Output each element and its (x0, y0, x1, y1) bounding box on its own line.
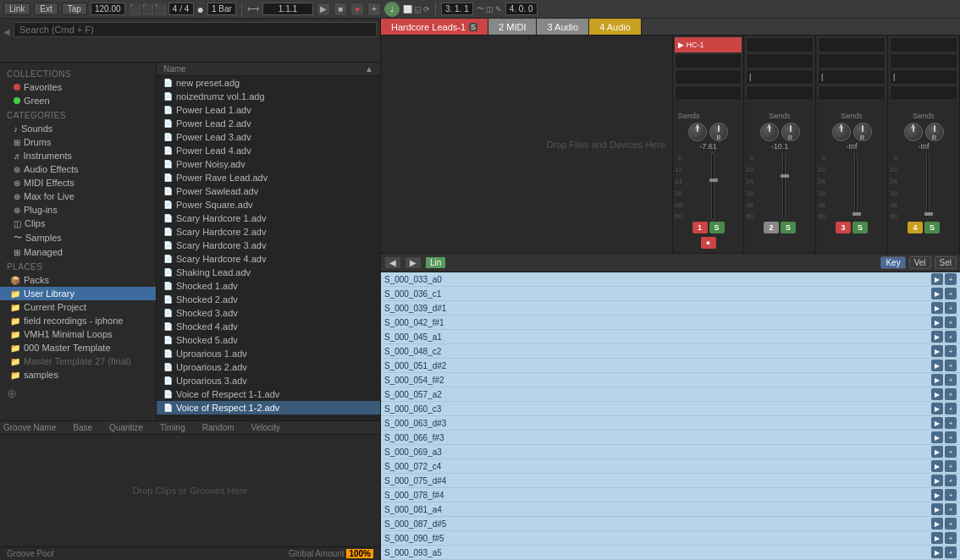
clip-slot-2-1[interactable] (746, 37, 814, 52)
solo-btn-1[interactable]: S (709, 222, 725, 233)
track-tab-4[interactable]: 4 Audio (589, 19, 642, 35)
sampler-lin-btn[interactable]: Lin (425, 256, 446, 269)
file-item[interactable]: 📄noizedrumz vol.1.adg (157, 90, 380, 103)
add-button[interactable]: + (367, 3, 381, 16)
sample-action-add[interactable]: + (945, 374, 957, 386)
drums-item[interactable]: ⊞ Drums (0, 135, 156, 149)
add-icon[interactable]: ⊕ (7, 387, 17, 400)
file-item[interactable]: 📄Shocked 4.adv (157, 320, 380, 333)
sample-action-preview[interactable]: ▶ (931, 518, 943, 530)
clip-slot-3-4[interactable] (818, 85, 886, 101)
amount-value[interactable]: 100% (346, 549, 373, 558)
sample-row[interactable]: S_000_072_c4▶+ (381, 459, 960, 474)
fader-track-3[interactable] (854, 152, 858, 220)
track-num-btn-2[interactable]: 2 (764, 222, 779, 233)
master-template2-item[interactable]: 📁 Master Template 27 (final) (0, 354, 156, 368)
sample-action-add[interactable]: + (945, 360, 957, 371)
clip-slot-3-3[interactable]: | (818, 69, 886, 85)
file-item[interactable]: 📄Scary Hardcore 4.adv (157, 252, 380, 266)
file-item[interactable]: 📄Shaking Lead.adv (157, 266, 380, 279)
sample-action-preview[interactable]: ▶ (931, 503, 943, 515)
clip-slot-2-2[interactable] (746, 53, 814, 69)
drop-zone[interactable]: Drop Files and Devices Here (381, 36, 672, 253)
sample-action-add[interactable]: + (945, 403, 957, 415)
ext-button[interactable]: Ext (34, 3, 58, 15)
sample-action-preview[interactable]: ▶ (931, 273, 943, 285)
fader-track-2[interactable] (782, 152, 786, 220)
sample-action-add[interactable]: + (945, 546, 957, 558)
rec-btn-1[interactable]: ● (701, 237, 716, 249)
sample-action-add[interactable]: + (945, 302, 957, 314)
clip-slot-3-2[interactable] (818, 53, 886, 69)
sel-btn[interactable]: Sel (935, 256, 957, 269)
sample-action-add[interactable]: + (945, 446, 957, 458)
search-input[interactable] (14, 22, 377, 37)
file-item[interactable]: 📄Power Rave Lead.adv (157, 171, 380, 184)
sample-action-preview[interactable]: ▶ (931, 460, 943, 472)
track-tab-1[interactable]: Hardcore Leads-1 S (381, 19, 488, 35)
file-item[interactable]: 📄Uproarious 3.adv (157, 374, 380, 387)
file-item[interactable]: 📄Power Lead 4.adv (157, 144, 380, 157)
track-tab-2[interactable]: 2 MIDI (488, 19, 537, 35)
clip-slot-1-4[interactable] (675, 85, 742, 101)
sample-row[interactable]: S_000_075_d#4▶+ (381, 474, 960, 488)
send-b-knob-4[interactable]: B (925, 123, 944, 141)
sample-row[interactable]: S_000_036_c1▶+ (381, 287, 960, 301)
favorites-item[interactable]: Favorites (0, 80, 156, 94)
file-item[interactable]: 📄Voice of Respect 1-2.adv (157, 401, 380, 415)
plugins-item[interactable]: ⊛ Plug-ins (0, 203, 156, 217)
send-a-knob-4[interactable]: A (904, 123, 923, 141)
field-recordings-item[interactable]: 📁 field recordings - iphone (0, 314, 156, 327)
sample-action-add[interactable]: + (945, 475, 957, 486)
link-button[interactable]: Link (3, 3, 30, 15)
track-num-btn-1[interactable]: 1 (692, 222, 708, 233)
stop-button[interactable]: ■ (334, 3, 347, 16)
file-item[interactable]: 📄Shocked 5.adv (157, 333, 380, 347)
sample-action-add[interactable]: + (945, 489, 957, 501)
track-tab-3[interactable]: 3 Audio (537, 19, 589, 35)
bpm-display[interactable]: 120.00 (91, 3, 125, 15)
samples-item[interactable]: 〜 Samples (0, 230, 156, 245)
sample-action-preview[interactable]: ▶ (931, 446, 943, 458)
file-item[interactable]: 📄Scary Hardcore 2.adv (157, 225, 380, 239)
audio-effects-item[interactable]: ⊛ Audio Effects (0, 162, 156, 176)
sample-row[interactable]: S_000_081_a4▶+ (381, 502, 960, 517)
record-button[interactable]: ● (350, 3, 364, 16)
send-a-knob-2[interactable]: A (760, 123, 779, 141)
track-num-btn-4[interactable]: 4 (908, 222, 923, 233)
solo-btn-4[interactable]: S (924, 222, 940, 233)
solo-btn-3[interactable]: S (852, 222, 868, 233)
clips-item[interactable]: ◫ Clips (0, 217, 156, 230)
sample-row[interactable]: S_000_063_d#3▶+ (381, 416, 960, 431)
sample-action-preview[interactable]: ▶ (931, 546, 943, 558)
sample-action-preview[interactable]: ▶ (931, 475, 943, 486)
file-item[interactable]: 📄Scary Hardcore 3.adv (157, 239, 380, 252)
sort-icon[interactable]: ▲ (365, 64, 373, 74)
sample-action-add[interactable]: + (945, 503, 957, 515)
clip-slot-4-4[interactable] (890, 85, 957, 101)
send-b-knob-2[interactable]: B (781, 123, 800, 141)
sample-action-preview[interactable]: ▶ (931, 403, 943, 415)
fader-track-4[interactable] (926, 152, 930, 220)
file-item[interactable]: 📄Power Noisy.adv (157, 157, 380, 171)
sample-row[interactable]: S_000_033_a0▶+ (381, 272, 960, 287)
file-item[interactable]: 📄Shocked 2.adv (157, 293, 380, 306)
sample-row[interactable]: S_000_039_d#1▶+ (381, 301, 960, 316)
sample-action-preview[interactable]: ▶ (931, 316, 943, 328)
sample-action-preview[interactable]: ▶ (931, 532, 943, 544)
send-b-knob-1[interactable]: B (709, 123, 728, 141)
sample-action-preview[interactable]: ▶ (931, 360, 943, 371)
sample-row[interactable]: S_000_093_a5▶+ (381, 546, 960, 560)
vmh1-item[interactable]: 📁 VMH1 Minimal Loops (0, 327, 156, 341)
sample-action-add[interactable]: + (945, 460, 957, 472)
key-btn[interactable]: Key (880, 256, 905, 269)
sample-action-preview[interactable]: ▶ (931, 431, 943, 443)
sample-action-add[interactable]: + (945, 532, 957, 544)
file-item[interactable]: 📄Power Square.adv (157, 198, 380, 211)
file-item[interactable]: 📄Shocked 3.adv (157, 306, 380, 320)
sample-row[interactable]: S_000_042_f#1▶+ (381, 316, 960, 330)
track-num-btn-3[interactable]: 3 (836, 222, 851, 233)
sample-action-add[interactable]: + (945, 316, 957, 328)
bar-display[interactable]: 1 Bar (207, 3, 236, 15)
sample-action-add[interactable]: + (945, 388, 957, 400)
